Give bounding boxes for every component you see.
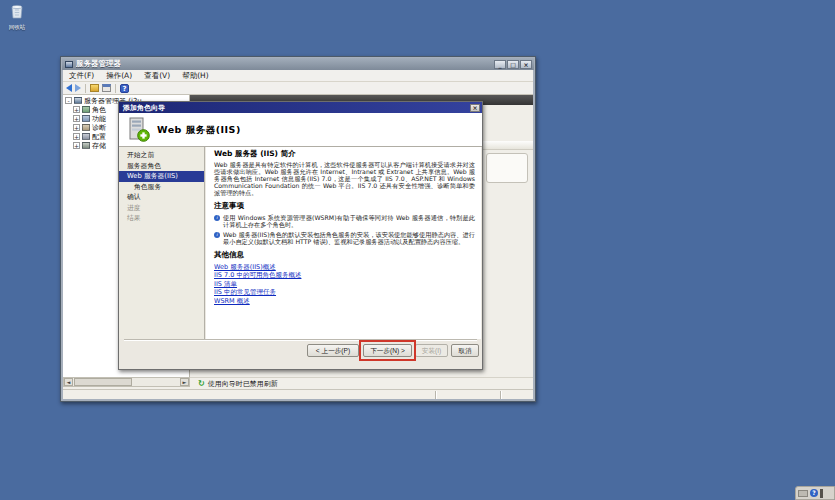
recycle-bin-icon [10,3,24,19]
notes-title: 注意事项 [214,201,475,211]
add-roles-wizard-dialog: 添加角色向导 × Web 服务器(IIS) 开始之前 服务器角色 Web 服务器… [118,101,483,370]
wizard-step-server-roles[interactable]: 服务器角色 [119,161,204,172]
status-bar-divider [435,391,436,399]
roles-icon [82,106,90,113]
wizard-step-results: 结果 [119,213,204,224]
forward-icon[interactable] [75,84,81,92]
toolbar-divider [85,84,86,93]
wizard-close-icon[interactable]: × [470,104,480,112]
additional-info-title: 其他信息 [214,250,475,260]
diagnostics-icon [82,124,90,131]
keyboard-icon[interactable] [798,490,808,497]
menu-action[interactable]: 操作(A) [100,70,138,81]
collapse-icon[interactable]: - [65,97,72,104]
back-icon[interactable] [66,84,72,92]
wizard-step-confirmation[interactable]: 确认 [119,192,204,203]
wizard-header: Web 服务器(IIS) [119,113,482,147]
recycle-bin-label: 回收站 [4,24,30,30]
previous-button[interactable]: < 上一步(P) [307,344,359,357]
expand-icon[interactable]: + [73,142,80,149]
wizard-step-role-services[interactable]: 角色服务 [119,182,204,193]
menu-bar: 文件(F) 操作(A) 查看(V) 帮助(H) [63,70,533,82]
refresh-status-row: ↻ 使用向导时已禁用刷新 [190,377,533,389]
note-text: Web 服务器(IIS)角色的默认安装包括角色服务的安装，该安装使您能够使用静态… [223,231,475,245]
tray-help-icon[interactable]: ? [810,489,818,497]
wizard-page-heading: Web 服务器(IIS) [157,124,241,137]
button-row-divider [124,339,477,341]
wizard-content: Web 服务器 (IIS) 简介 Web 服务器是具有特定软件的计算机，这些软件… [206,147,481,339]
menu-file[interactable]: 文件(F) [63,70,100,81]
toolbar-divider [115,84,116,93]
server-manager-app-icon [65,61,73,68]
scrollbar-thumb[interactable] [74,378,132,386]
scroll-left-icon[interactable]: ◄ [64,378,73,386]
info-icon: i [214,215,220,221]
status-bar-divider [500,391,501,399]
scroll-right-icon[interactable]: ► [180,378,189,386]
link-wsrm-overview[interactable]: WSRM 概述 [214,297,475,305]
link-web-server-iis-overview[interactable]: Web 服务器(IIS)概述 [214,263,475,271]
link-common-admin-tasks[interactable]: IIS 中的常见管理任务 [214,288,475,296]
expand-icon[interactable]: + [73,106,80,113]
maximize-button[interactable]: □ [507,60,519,69]
intro-paragraph: Web 服务器是具有特定软件的计算机，这些软件使服务器可以从客户端计算机接受请求… [214,161,475,196]
note-item: i 使用 Windows 系统资源管理器(WSRM)有助于确保等同对待 Web … [214,214,475,228]
computer-icon [74,97,82,104]
cancel-button[interactable]: 取消 [451,344,479,357]
storage-icon [82,142,90,149]
wizard-step-progress: 进度 [119,203,204,214]
note-item: i Web 服务器(IIS)角色的默认安装包括角色服务的安装，该安装使您能够使用… [214,231,475,245]
tray-edge-icon [820,489,823,498]
show-window-icon[interactable] [102,84,111,92]
window-titlebar[interactable]: 服务器管理器 _ □ × [62,58,534,70]
install-button: 安装(I) [415,344,448,357]
wizard-step-nav: 开始之前 服务器角色 Web 服务器(IIS) 角色服务 确认 进度 结果 [119,147,205,339]
results-summary-box [486,153,528,183]
window-title: 服务器管理器 [76,59,493,69]
window-status-bar [63,389,533,399]
expand-icon[interactable]: + [73,124,80,131]
info-icon: i [214,232,220,238]
console-tray: ? [795,486,835,500]
refresh-icon: ↻ [198,380,205,388]
close-button[interactable]: × [520,60,532,69]
link-role-services-overview[interactable]: IIS 7.0 中的可用角色服务概述 [214,271,475,279]
recycle-bin-desktop-icon[interactable]: 回收站 [4,3,30,30]
next-button[interactable]: 下一步(N) > [363,344,412,357]
console-tree-toggle-icon[interactable] [90,84,99,92]
intro-title: Web 服务器 (IIS) 简介 [214,149,475,159]
menu-view[interactable]: 查看(V) [138,70,176,81]
link-iis-checklists[interactable]: IIS 清单 [214,280,475,288]
help-icon[interactable]: ? [120,84,129,93]
expand-icon[interactable]: + [73,115,80,122]
expand-icon[interactable]: + [73,133,80,140]
add-role-server-icon [128,117,150,143]
tree-horizontal-scrollbar[interactable]: ◄ ► [63,377,190,387]
toolbar: ? [63,82,533,95]
minimize-button[interactable]: _ [494,60,506,69]
tree-item-label: 存储 [92,141,106,151]
wizard-titlebar[interactable]: 添加角色向导 × [119,102,482,113]
wizard-title: 添加角色向导 [123,103,470,113]
refresh-status-text: 使用向导时已禁用刷新 [208,379,278,389]
menu-help[interactable]: 帮助(H) [176,70,215,81]
wizard-step-before-you-begin[interactable]: 开始之前 [119,150,204,161]
desktop: 回收站 服务器管理器 _ □ × 文件(F) 操作(A) 查看(V) 帮助(H)… [0,0,835,500]
wizard-step-web-server-iis[interactable]: Web 服务器(IIS) [119,171,204,182]
features-icon [82,115,90,122]
configuration-icon [82,133,90,140]
note-text: 使用 Windows 系统资源管理器(WSRM)有助于确保等同对待 Web 服务… [223,214,475,228]
